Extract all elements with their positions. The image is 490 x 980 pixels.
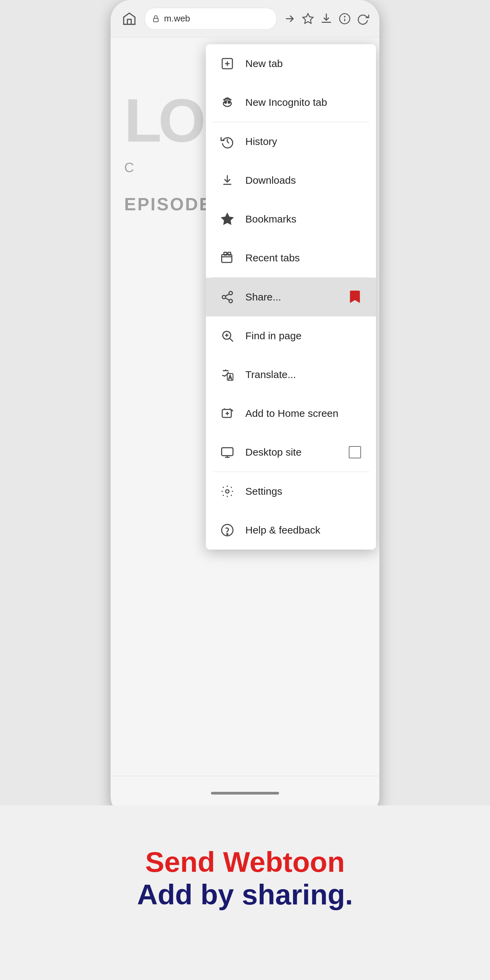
phone-frame: m.web <box>111 0 379 817</box>
desktop-label: Desktop site <box>245 447 337 458</box>
svg-line-16 <box>225 298 229 301</box>
menu-item-recent-tabs[interactable]: Recent tabs <box>206 239 376 277</box>
menu-item-history[interactable]: History <box>206 122 376 161</box>
incognito-icon <box>220 95 235 110</box>
incognito-label: New Incognito tab <box>245 97 363 108</box>
share-icon <box>220 289 235 305</box>
svg-rect-12 <box>228 252 231 255</box>
recent-tabs-label: Recent tabs <box>245 252 363 264</box>
info-icon[interactable] <box>339 13 351 25</box>
svg-point-23 <box>226 490 229 493</box>
menu-item-desktop[interactable]: Desktop site <box>206 433 376 472</box>
desktop-checkbox[interactable] <box>347 445 363 460</box>
svg-rect-0 <box>153 18 158 22</box>
svg-line-17 <box>225 294 229 296</box>
svg-rect-22 <box>221 448 233 456</box>
home-icon[interactable] <box>121 10 138 27</box>
svg-point-14 <box>222 295 226 299</box>
menu-item-share[interactable]: Share... <box>206 278 376 317</box>
refresh-icon[interactable] <box>357 13 369 25</box>
svg-rect-10 <box>221 255 232 262</box>
menu-item-add-home[interactable]: Add to Home screen <box>206 394 376 433</box>
add-home-label: Add to Home screen <box>245 408 363 419</box>
recent-tabs-icon <box>220 250 235 266</box>
add-home-icon <box>220 406 235 421</box>
svg-rect-11 <box>224 252 227 255</box>
promo-line1: Send Webtoon <box>27 846 463 878</box>
svg-marker-9 <box>221 213 233 224</box>
settings-icon <box>220 484 235 499</box>
new-tab-icon <box>220 56 235 72</box>
find-label: Find in page <box>245 330 363 342</box>
website-bg-text: LO <box>124 85 202 156</box>
browser-bar: m.web <box>111 0 379 37</box>
history-icon <box>220 134 235 150</box>
bottom-handle <box>211 792 279 795</box>
download-icon[interactable] <box>320 13 332 25</box>
website-sub-text: C <box>124 160 134 175</box>
downloads-label: Downloads <box>245 175 363 186</box>
translate-label: Translate... <box>245 369 363 380</box>
find-icon <box>220 328 235 344</box>
promo-line2: Add by sharing. <box>27 878 463 912</box>
menu-item-translate[interactable]: Translate... <box>206 355 376 394</box>
checkbox-outline <box>349 446 361 458</box>
downloads-icon <box>220 172 235 188</box>
toolbar-icons <box>283 13 369 25</box>
bookmarks-icon <box>220 211 235 227</box>
svg-line-19 <box>230 339 233 342</box>
forward-icon[interactable] <box>283 13 296 25</box>
bookmarks-label: Bookmarks <box>245 213 363 225</box>
website-content: LO C EPISODE 2 New tab <box>111 37 379 786</box>
share-label: Share... <box>245 291 337 303</box>
desktop-icon <box>220 444 235 460</box>
bookmark-red-icon <box>347 290 363 305</box>
star-icon[interactable] <box>302 13 314 25</box>
context-menu: New tab New Incognito tab <box>206 44 376 550</box>
promo-section: Send Webtoon Add by sharing. <box>0 805 490 980</box>
menu-item-settings[interactable]: Settings <box>206 472 376 511</box>
svg-point-25 <box>227 533 228 535</box>
translate-icon <box>220 367 235 382</box>
svg-point-8 <box>228 102 230 103</box>
lock-icon <box>152 14 160 23</box>
svg-point-13 <box>229 291 232 295</box>
menu-item-new-tab[interactable]: New tab <box>206 44 376 83</box>
svg-point-6 <box>223 101 231 107</box>
history-label: History <box>245 136 363 147</box>
menu-item-downloads[interactable]: Downloads <box>206 161 376 200</box>
menu-item-bookmarks[interactable]: Bookmarks <box>206 200 376 239</box>
url-display: m.web <box>164 13 190 24</box>
settings-label: Settings <box>245 485 363 497</box>
svg-point-15 <box>229 299 232 303</box>
help-icon <box>220 522 235 538</box>
svg-point-7 <box>225 102 227 103</box>
menu-item-find[interactable]: Find in page <box>206 317 376 355</box>
bottom-nav <box>111 776 379 810</box>
address-bar[interactable]: m.web <box>145 8 277 30</box>
menu-item-incognito[interactable]: New Incognito tab <box>206 83 376 122</box>
help-label: Help & feedback <box>245 524 363 536</box>
menu-item-help[interactable]: Help & feedback <box>206 511 376 550</box>
new-tab-label: New tab <box>245 58 363 69</box>
svg-marker-1 <box>303 14 313 24</box>
